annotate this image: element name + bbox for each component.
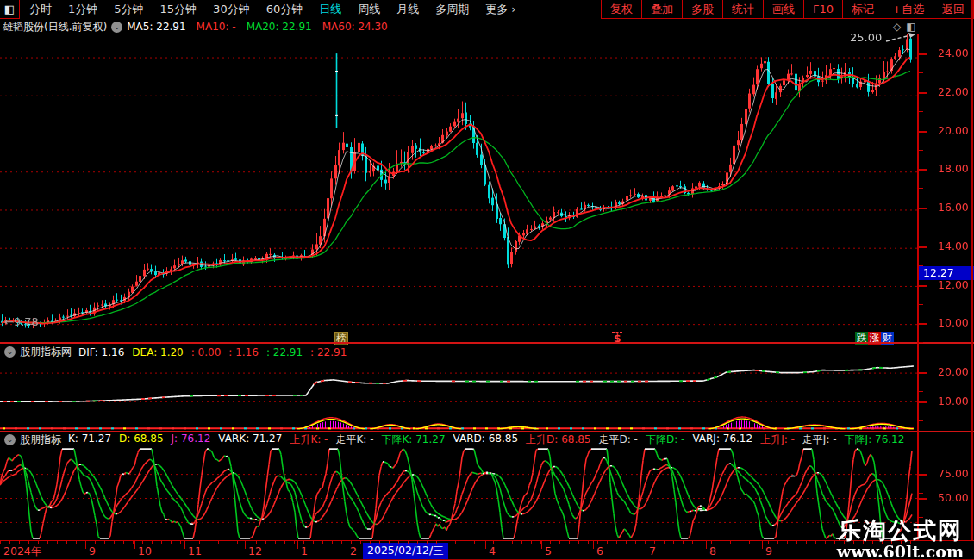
chevron-circle-icon[interactable]: ⌄: [111, 22, 122, 33]
panel-divider: [0, 342, 974, 344]
time-tick: [635, 541, 636, 544]
mid-field-3: : 1.16: [228, 346, 259, 358]
tool-item-0[interactable]: 复权: [601, 0, 641, 18]
time-tick: [578, 541, 579, 544]
timeframe-item-1[interactable]: 1分钟: [68, 2, 97, 17]
axis-label: 75.00: [938, 467, 969, 480]
timeframe-item-9[interactable]: 多周期: [435, 2, 469, 17]
tool-item-7[interactable]: +自选: [883, 0, 933, 18]
main-candlestick-chart[interactable]: [0, 34, 918, 332]
timeframe-item-0[interactable]: 分时: [29, 2, 52, 17]
axis-tick: [919, 53, 927, 55]
time-tick: [389, 541, 390, 544]
time-tick: [521, 541, 522, 544]
time-tick-major: [762, 541, 763, 549]
tool-item-1[interactable]: 叠加: [641, 0, 682, 18]
kdj-field-5: 走平K: -: [335, 432, 373, 447]
timeframe-item-5[interactable]: 60分钟: [266, 2, 303, 17]
time-tick: [702, 541, 702, 544]
tool-item-5[interactable]: F10: [803, 0, 842, 18]
timeframe-item-6[interactable]: 日线: [319, 2, 341, 17]
axis-tick-minor: [919, 391, 923, 392]
time-tick: [284, 541, 285, 544]
timeframe-item-3[interactable]: 15分钟: [160, 2, 197, 17]
ma-value-0: MA5: 22.91: [127, 21, 185, 33]
time-tick: [787, 541, 788, 544]
chevron-circle-icon[interactable]: ⌄: [4, 346, 16, 358]
time-tick: [455, 541, 456, 544]
time-tick: [777, 541, 778, 544]
axis-tick-minor: [919, 150, 923, 151]
time-tick: [180, 541, 181, 544]
time-tick: [474, 541, 475, 544]
kdj-field-7: VARD: 68.85: [453, 432, 518, 447]
timeframe-item-4[interactable]: 30分钟: [213, 2, 250, 17]
axis-label: 20.00: [938, 124, 969, 137]
time-tick: [759, 541, 759, 544]
time-tick: [114, 541, 115, 544]
time-tick-major: [541, 541, 542, 549]
time-tick: [721, 541, 721, 544]
axis-tick-minor: [919, 227, 923, 227]
time-tick: [484, 541, 484, 544]
kdj-field-3: VARK: 71.27: [218, 432, 282, 447]
tool-item-6[interactable]: 标记: [842, 0, 883, 18]
watermark-site-name: 乐淘公式网: [837, 519, 964, 543]
kdj-field-0: K: 71.27: [68, 432, 111, 447]
time-tick: [398, 541, 399, 544]
stock-title: 雄韬股份(日线.前复权): [3, 20, 107, 34]
time-tick: [834, 541, 835, 544]
time-axis[interactable]: 2025/02/12/三 2024年910111212456789: [0, 540, 974, 560]
time-tick: [0, 541, 1, 544]
mid-field-1: DEA: 1.20: [132, 346, 183, 358]
axis-label: 10.00: [938, 395, 969, 408]
time-tick: [616, 541, 617, 544]
time-tick-major: [184, 541, 185, 549]
mid-field-5: : 22.91: [310, 346, 347, 358]
time-tick-major: [347, 541, 347, 549]
chevron-circle-icon[interactable]: ⌄: [4, 434, 16, 445]
axis-label: 20.00: [938, 365, 969, 378]
time-tick: [825, 541, 826, 544]
timeframe-item-7[interactable]: 周线: [358, 2, 380, 17]
axis-tick-minor: [919, 420, 923, 421]
time-label: 12: [248, 544, 262, 557]
time-tick-major: [485, 541, 486, 549]
axis-tick-minor: [919, 304, 923, 305]
kdj-field-6: 下降K: 71.27: [382, 432, 446, 447]
time-tick: [66, 541, 67, 544]
tool-item-8[interactable]: 返回: [933, 0, 974, 18]
window-split-icon[interactable]: ◧: [0, 0, 20, 19]
time-tick: [218, 541, 219, 544]
axis-tick: [919, 246, 927, 248]
axis-tick: [919, 323, 927, 325]
axis-label: 14.00: [938, 240, 969, 252]
tool-item-2[interactable]: 多股: [682, 0, 722, 18]
tool-item-4[interactable]: 画线: [763, 0, 803, 18]
time-tick: [123, 541, 124, 544]
mid-indicator-chart[interactable]: [0, 360, 918, 430]
axis-label: 10.00: [938, 316, 969, 329]
time-tick: [228, 541, 228, 544]
kdj-field-10: 下降D: -: [646, 432, 684, 447]
axis-label: 50.00: [938, 491, 969, 504]
axis-tick-minor: [919, 493, 923, 494]
ma-value-1: MA10: -: [197, 21, 236, 33]
time-tick: [265, 541, 266, 544]
timeframe-item-8[interactable]: 月线: [396, 2, 419, 17]
time-tick: [815, 541, 816, 544]
time-tick-major: [706, 541, 707, 549]
axis-label: 16.00: [938, 201, 969, 214]
timeframe-item-10[interactable]: 更多 ›: [485, 2, 515, 17]
time-tick: [57, 541, 58, 544]
kdj-chart[interactable]: [0, 448, 918, 539]
top-toolbar: ◧ 分时1分钟5分钟15分钟30分钟60分钟日线周线月线多周期更多 › 复权叠加…: [0, 0, 974, 19]
time-tick: [237, 541, 238, 544]
axis-label: 22.00: [938, 85, 969, 98]
time-tick: [332, 541, 333, 544]
time-tick: [446, 541, 446, 544]
tool-item-3[interactable]: 统计: [722, 0, 763, 18]
timeframe-item-2[interactable]: 5分钟: [114, 2, 143, 17]
kdj-field-12: 上升J: -: [760, 432, 795, 447]
time-tick: [408, 541, 409, 544]
